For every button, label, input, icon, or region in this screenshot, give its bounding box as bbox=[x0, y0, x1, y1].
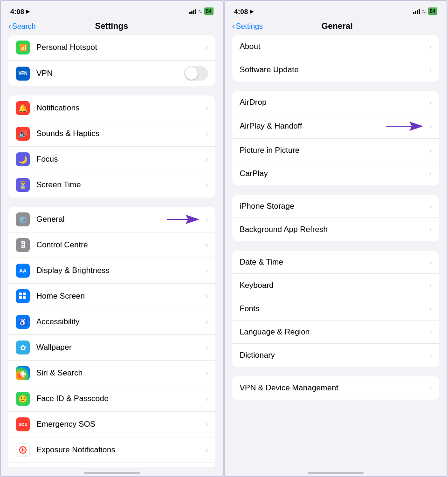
row-personal-hotspot[interactable]: 📶 Personal Hotspot › bbox=[8, 35, 215, 61]
pip-label: Picture in Picture bbox=[240, 146, 429, 155]
dictionary-label: Dictionary bbox=[240, 351, 429, 360]
general-label: General bbox=[36, 215, 165, 224]
right-phone-screen: 4:08 ▶ ≈ 54 ‹ Settings General About bbox=[224, 0, 448, 477]
back-label-left: Search bbox=[12, 22, 36, 31]
settings-group-top: 📶 Personal Hotspot › VPN VPN bbox=[8, 35, 215, 86]
settings-group-datetime: Date & Time › Keyboard › Fonts › Languag… bbox=[232, 251, 439, 367]
location-icon-right: ▶ bbox=[250, 8, 254, 14]
control-centre-label: Control Centre bbox=[36, 240, 206, 250]
row-sounds[interactable]: 🔊 Sounds & Haptics › bbox=[8, 121, 215, 147]
row-wallpaper[interactable]: ✿ Wallpaper › bbox=[8, 335, 215, 361]
screen-time-label: Screen Time bbox=[36, 180, 206, 190]
row-control-centre[interactable]: 🎛 Control Centre › bbox=[8, 232, 215, 258]
control-centre-icon: 🎛 bbox=[16, 238, 30, 252]
settings-group-general: ⚙️ General › 🎛 Control Centre › AA Displ… bbox=[8, 207, 215, 467]
date-time-label: Date & Time bbox=[240, 258, 429, 267]
exposure-icon bbox=[16, 443, 30, 457]
row-battery[interactable]: 🔋 Battery › bbox=[8, 463, 215, 467]
settings-group-vpn-device: VPN & Device Management › bbox=[232, 376, 439, 400]
notifications-icon: 🔔 bbox=[16, 101, 30, 115]
row-keyboard[interactable]: Keyboard › bbox=[232, 274, 439, 297]
back-button-left[interactable]: ‹ Search bbox=[8, 21, 36, 31]
status-icons-left: ≈ 54 bbox=[189, 7, 214, 15]
settings-list-right[interactable]: About › Software Update › AirDrop › AirP… bbox=[225, 35, 447, 467]
home-indicator-right bbox=[225, 467, 447, 476]
row-exposure[interactable]: Exposure Notifications › bbox=[8, 437, 215, 463]
home-screen-icon bbox=[16, 289, 30, 303]
back-button-right[interactable]: ‹ Settings bbox=[232, 21, 263, 31]
vpn-device-label: VPN & Device Management bbox=[240, 383, 429, 393]
row-date-time[interactable]: Date & Time › bbox=[232, 251, 439, 274]
row-vpn-device[interactable]: VPN & Device Management › bbox=[232, 376, 439, 400]
home-indicator-left bbox=[1, 467, 223, 476]
settings-group-notifications: 🔔 Notifications › 🔊 Sounds & Haptics › 🌙… bbox=[8, 95, 215, 198]
page-title-left: Settings bbox=[36, 21, 187, 31]
signal-right bbox=[413, 8, 420, 14]
settings-list-left[interactable]: 📶 Personal Hotspot › VPN VPN 🔔 Notificat… bbox=[1, 35, 223, 467]
row-general[interactable]: ⚙️ General › bbox=[8, 207, 215, 232]
wallpaper-icon: ✿ bbox=[16, 341, 30, 354]
row-vpn[interactable]: VPN VPN bbox=[8, 61, 215, 86]
time-left: 4:08 bbox=[10, 7, 24, 15]
row-focus[interactable]: 🌙 Focus › bbox=[8, 147, 215, 172]
personal-hotspot-chevron: › bbox=[206, 43, 208, 52]
vpn-label: VPN bbox=[36, 69, 180, 78]
signal-left bbox=[189, 8, 196, 14]
wallpaper-label: Wallpaper bbox=[36, 343, 206, 352]
row-about[interactable]: About › bbox=[232, 35, 439, 58]
accessibility-icon: ♿ bbox=[16, 315, 30, 329]
row-pip[interactable]: Picture in Picture › bbox=[232, 139, 439, 162]
focus-icon: 🌙 bbox=[16, 152, 30, 166]
row-emergency[interactable]: SOS Emergency SOS › bbox=[8, 412, 215, 437]
time-right: 4:08 bbox=[234, 7, 248, 15]
keyboard-label: Keyboard bbox=[240, 281, 429, 290]
accessibility-label: Accessibility bbox=[36, 317, 206, 327]
carplay-label: CarPlay bbox=[240, 169, 429, 178]
notifications-label: Notifications bbox=[36, 103, 206, 113]
general-icon: ⚙️ bbox=[16, 212, 30, 226]
page-title-right: General bbox=[263, 21, 411, 31]
row-carplay[interactable]: CarPlay › bbox=[232, 162, 439, 185]
row-home-screen[interactable]: Home Screen › bbox=[8, 284, 215, 309]
nav-bar-left: ‹ Search Settings bbox=[1, 20, 223, 35]
sounds-label: Sounds & Haptics bbox=[36, 129, 206, 138]
row-screen-time[interactable]: ⏳ Screen Time › bbox=[8, 172, 215, 198]
row-notifications[interactable]: 🔔 Notifications › bbox=[8, 95, 215, 121]
exposure-label: Exposure Notifications bbox=[36, 445, 206, 455]
row-iphone-storage[interactable]: iPhone Storage › bbox=[232, 195, 439, 218]
status-bar-left: 4:08 ▶ ≈ 54 bbox=[1, 1, 223, 20]
location-icon-left: ▶ bbox=[26, 8, 30, 14]
row-siri[interactable]: ◉ Siri & Search › bbox=[8, 361, 215, 386]
battery-right: 54 bbox=[428, 7, 437, 15]
wifi-right: ≈ bbox=[422, 8, 426, 15]
status-icons-right: ≈ 54 bbox=[413, 7, 437, 15]
row-background-refresh[interactable]: Background App Refresh › bbox=[232, 218, 439, 241]
row-airdrop[interactable]: AirDrop › bbox=[232, 91, 439, 114]
back-chevron-left: ‹ bbox=[8, 21, 11, 31]
row-fonts[interactable]: Fonts › bbox=[232, 297, 439, 320]
row-faceid[interactable]: 🙂 Face ID & Passcode › bbox=[8, 386, 215, 412]
wifi-left: ≈ bbox=[199, 8, 202, 15]
general-arrow bbox=[165, 213, 202, 226]
vpn-toggle[interactable] bbox=[184, 66, 208, 81]
row-language[interactable]: Language & Region › bbox=[232, 320, 439, 344]
back-label-right: Settings bbox=[236, 22, 263, 31]
screen-time-icon: ⏳ bbox=[16, 178, 30, 192]
settings-group-about: About › Software Update › bbox=[232, 35, 439, 82]
left-phone-screen: 4:08 ▶ ≈ 54 ‹ Search Settings bbox=[0, 0, 224, 477]
row-airplay-handoff[interactable]: AirPlay & Handoff › bbox=[232, 114, 439, 139]
svg-rect-2 bbox=[23, 293, 26, 295]
settings-group-airdrop: AirDrop › AirPlay & Handoff › Picture in… bbox=[232, 91, 439, 185]
svg-rect-1 bbox=[19, 293, 22, 295]
faceid-icon: 🙂 bbox=[16, 392, 30, 406]
emergency-label: Emergency SOS bbox=[36, 420, 206, 429]
row-display[interactable]: AA Display & Brightness › bbox=[8, 258, 215, 284]
siri-icon: ◉ bbox=[16, 366, 30, 380]
row-dictionary[interactable]: Dictionary › bbox=[232, 344, 439, 367]
display-label: Display & Brightness bbox=[36, 266, 206, 275]
svg-marker-0 bbox=[167, 215, 200, 224]
faceid-label: Face ID & Passcode bbox=[36, 394, 206, 403]
back-chevron-right: ‹ bbox=[232, 21, 235, 31]
row-software-update[interactable]: Software Update › bbox=[232, 58, 439, 82]
row-accessibility[interactable]: ♿ Accessibility › bbox=[8, 309, 215, 335]
